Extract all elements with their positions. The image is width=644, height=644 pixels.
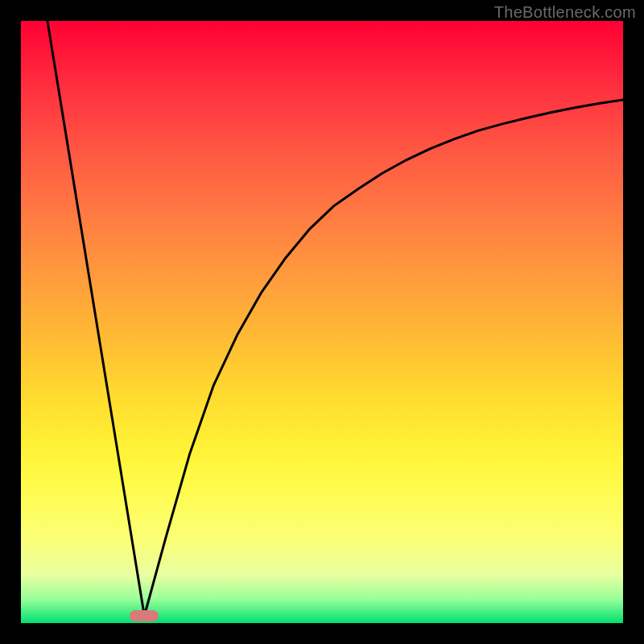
curve-path (47, 21, 623, 616)
chart-stage: TheBottleneck.com (0, 0, 644, 644)
plot-area (21, 21, 623, 623)
bottleneck-curve (21, 21, 623, 623)
watermark-text: TheBottleneck.com (494, 3, 636, 22)
optimal-point-marker (130, 610, 159, 621)
